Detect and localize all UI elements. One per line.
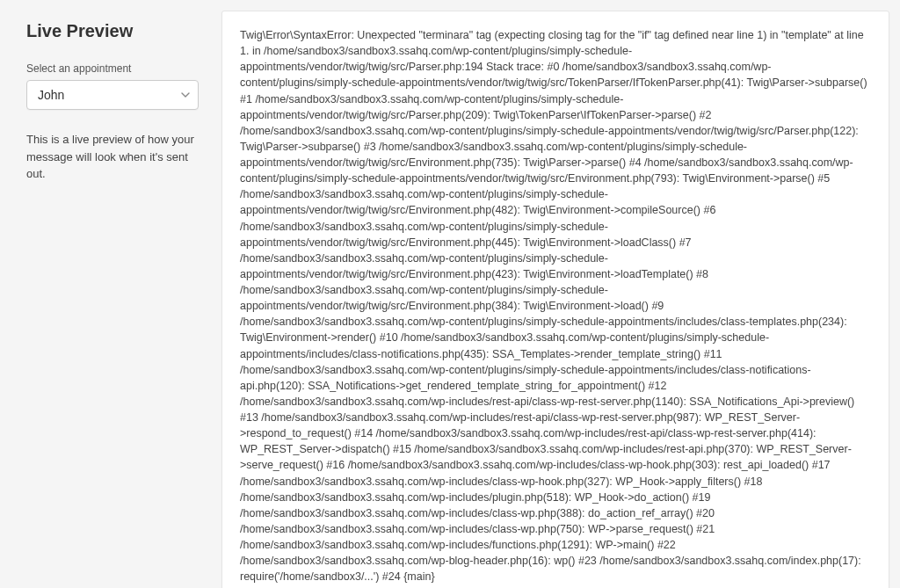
page-container: Live Preview Select an appointment John … (11, 11, 889, 588)
appointment-select-value[interactable]: John (26, 80, 199, 110)
section-title: Live Preview (26, 21, 199, 41)
preview-help-text: This is a live preview of how your messa… (26, 131, 199, 183)
appointment-select-label: Select an appointment (26, 62, 199, 75)
live-preview-sidebar: Live Preview Select an appointment John … (11, 11, 204, 588)
appointment-select[interactable]: John (26, 80, 199, 110)
error-stack-trace: Twig\Error\SyntaxError: Unexpected "term… (240, 27, 871, 584)
preview-panel: Twig\Error\SyntaxError: Unexpected "term… (221, 11, 889, 588)
